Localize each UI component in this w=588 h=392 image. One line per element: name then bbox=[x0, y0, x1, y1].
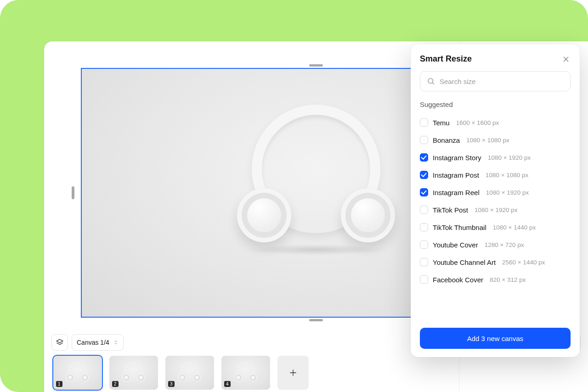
size-option[interactable]: Temu1600 × 1600 px bbox=[420, 114, 571, 131]
plus-icon bbox=[288, 368, 298, 377]
size-name: Instagram Reel bbox=[433, 189, 480, 196]
canvas-thumbnail[interactable]: 1 bbox=[53, 356, 102, 390]
resize-handle-top[interactable] bbox=[309, 64, 323, 67]
size-dimensions: 1080 × 1440 px bbox=[493, 224, 536, 231]
section-label-suggested: Suggested bbox=[420, 101, 571, 108]
size-option[interactable]: Youtube Cover1280 × 720 px bbox=[420, 236, 571, 253]
size-option[interactable]: TikTok Post1080 × 1920 px bbox=[420, 201, 571, 218]
size-checkbox[interactable] bbox=[420, 118, 428, 127]
canvas-dropdown[interactable]: Canvas 1/4 bbox=[72, 334, 124, 351]
layers-icon bbox=[56, 338, 64, 347]
search-size-field[interactable] bbox=[420, 71, 571, 91]
size-dimensions: 1080 × 1920 px bbox=[486, 189, 529, 196]
panel-header: Smart Resize bbox=[420, 54, 571, 64]
add-canvas-button[interactable]: Add 3 new canvas bbox=[420, 328, 571, 349]
size-option[interactable]: TikTok Thumbnail1080 × 1440 px bbox=[420, 218, 571, 236]
thumbnail-image bbox=[234, 362, 257, 383]
size-option[interactable]: Bonanza1080 × 1080 px bbox=[420, 131, 571, 149]
thumbnail-image bbox=[122, 362, 145, 383]
size-checkbox[interactable] bbox=[420, 136, 428, 144]
size-name: Youtube Channel Art bbox=[433, 258, 496, 266]
thumbnail-number: 3 bbox=[168, 381, 175, 387]
size-option[interactable]: Instagram Story1080 × 1920 px bbox=[420, 149, 571, 166]
search-size-input[interactable] bbox=[440, 78, 564, 85]
size-option[interactable]: Youtube Channel Art2560 × 1440 px bbox=[420, 253, 571, 271]
thumbnail-number: 2 bbox=[112, 381, 119, 387]
panel-title: Smart Resize bbox=[420, 54, 472, 64]
svg-point-0 bbox=[428, 78, 433, 84]
size-dimensions: 1080 × 1920 px bbox=[475, 207, 517, 213]
size-list: Temu1600 × 1600 pxBonanza1080 × 1080 pxI… bbox=[420, 114, 571, 323]
size-checkbox[interactable] bbox=[420, 188, 428, 196]
size-name: Temu bbox=[433, 119, 450, 127]
size-checkbox[interactable] bbox=[420, 206, 428, 214]
canvas-thumbnail[interactable]: 3 bbox=[165, 356, 214, 390]
thumbnail-image bbox=[66, 362, 89, 383]
thumbnail-image bbox=[178, 362, 201, 383]
smart-resize-panel: Smart Resize Suggested Temu1600 × 1600 p… bbox=[411, 44, 580, 357]
size-dimensions: 1280 × 720 px bbox=[485, 241, 524, 248]
size-option[interactable]: Facebook Cover820 × 312 px bbox=[420, 271, 571, 288]
canvas-dropdown-label: Canvas 1/4 bbox=[77, 339, 109, 346]
chevron-updown-icon bbox=[113, 340, 119, 345]
search-icon bbox=[427, 77, 435, 85]
size-name: Instagram Story bbox=[433, 154, 481, 162]
size-option[interactable]: Instagram Post1080 × 1080 px bbox=[420, 166, 571, 184]
size-dimensions: 1600 × 1600 px bbox=[456, 119, 499, 126]
size-checkbox[interactable] bbox=[420, 171, 428, 179]
size-checkbox[interactable] bbox=[420, 153, 428, 162]
thumbnail-number: 4 bbox=[224, 381, 231, 387]
size-dimensions: 1080 × 1920 px bbox=[488, 154, 531, 161]
resize-handle-bottom[interactable] bbox=[309, 319, 323, 321]
add-canvas-thumbnail[interactable] bbox=[277, 356, 309, 390]
close-icon[interactable] bbox=[561, 55, 571, 64]
size-name: Instagram Post bbox=[433, 171, 479, 179]
size-dimensions: 2560 × 1440 px bbox=[502, 259, 545, 266]
size-name: Youtube Cover bbox=[433, 241, 478, 249]
headphones-image bbox=[238, 105, 394, 252]
size-name: TikTok Post bbox=[433, 206, 468, 214]
canvas-thumbnails: 1234 bbox=[53, 356, 581, 390]
size-checkbox[interactable] bbox=[420, 223, 428, 231]
resize-handle-left[interactable] bbox=[72, 186, 74, 199]
size-dimensions: 1080 × 1080 px bbox=[486, 172, 528, 179]
thumbnail-number: 1 bbox=[56, 381, 62, 387]
size-name: Bonanza bbox=[433, 136, 460, 144]
canvas-thumbnail[interactable]: 2 bbox=[109, 356, 158, 390]
size-name: TikTok Thumbnail bbox=[433, 224, 486, 231]
size-dimensions: 1080 × 1080 px bbox=[466, 137, 509, 144]
size-checkbox[interactable] bbox=[420, 275, 428, 284]
size-checkbox[interactable] bbox=[420, 241, 428, 249]
canvas-thumbnail[interactable]: 4 bbox=[221, 356, 270, 390]
size-dimensions: 820 × 312 px bbox=[490, 276, 526, 283]
size-checkbox[interactable] bbox=[420, 258, 428, 266]
size-option[interactable]: Instagram Reel1080 × 1920 px bbox=[420, 184, 571, 201]
add-canvas-label: Add 3 new canvas bbox=[467, 335, 524, 342]
size-name: Facebook Cover bbox=[433, 276, 483, 284]
layers-button[interactable] bbox=[51, 334, 68, 351]
